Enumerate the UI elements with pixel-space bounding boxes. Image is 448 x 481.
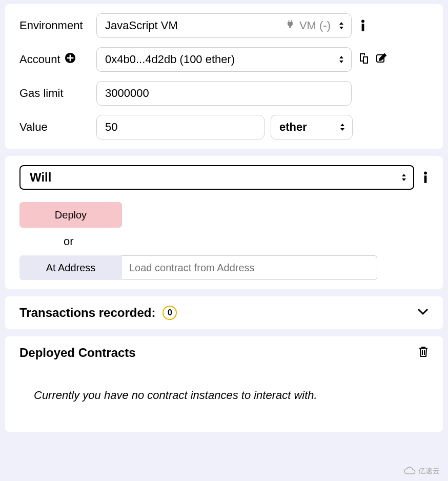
contract-name: Will bbox=[30, 170, 51, 185]
deployed-contracts-title: Deployed Contracts bbox=[19, 346, 136, 360]
transactions-title: Transactions recorded: bbox=[19, 306, 155, 320]
environment-row: Environment JavaScript VM VM (-) bbox=[19, 13, 429, 38]
gas-limit-label: Gas limit bbox=[19, 87, 96, 100]
value-unit-select[interactable]: ether bbox=[271, 115, 353, 139]
value-label: Value bbox=[19, 121, 96, 134]
svg-rect-4 bbox=[67, 57, 73, 59]
deploy-button[interactable]: Deploy bbox=[19, 202, 122, 228]
trash-icon[interactable] bbox=[418, 346, 429, 360]
copy-icon[interactable] bbox=[358, 52, 370, 67]
value-row: Value ether bbox=[19, 115, 429, 139]
contract-info-icon[interactable] bbox=[422, 171, 429, 184]
account-value: 0x4b0...4d2db (100 ether) bbox=[105, 53, 235, 66]
chevron-sort-icon bbox=[401, 172, 407, 183]
transactions-panel[interactable]: Transactions recorded: 0 bbox=[5, 296, 443, 329]
load-address-input[interactable] bbox=[122, 255, 377, 280]
or-label: or bbox=[64, 235, 429, 248]
chevron-down-icon[interactable] bbox=[417, 308, 429, 317]
value-input[interactable] bbox=[96, 115, 264, 139]
plug-icon bbox=[285, 19, 295, 32]
edit-icon[interactable] bbox=[375, 52, 388, 67]
contract-select[interactable]: Will bbox=[19, 165, 414, 190]
contract-panel: Will Deploy or At Address bbox=[5, 156, 443, 289]
account-row: Account 0x4b0...4d2db (100 ether) bbox=[19, 47, 429, 72]
deployed-contracts-panel: Deployed Contracts Currently you have no… bbox=[5, 336, 443, 432]
watermark: 亿速云 bbox=[404, 467, 440, 476]
environment-value: JavaScript VM bbox=[105, 19, 178, 32]
environment-select[interactable]: JavaScript VM VM (-) bbox=[96, 13, 352, 38]
add-account-icon[interactable] bbox=[65, 52, 76, 67]
svg-rect-1 bbox=[362, 24, 364, 31]
svg-rect-7 bbox=[424, 175, 427, 183]
svg-point-0 bbox=[361, 20, 364, 23]
settings-panel: Environment JavaScript VM VM (-) Account bbox=[5, 4, 443, 149]
gas-limit-row: Gas limit bbox=[19, 81, 429, 106]
environment-info-icon[interactable] bbox=[360, 19, 366, 32]
gas-limit-input[interactable] bbox=[96, 81, 352, 106]
value-unit: ether bbox=[279, 121, 307, 134]
svg-point-6 bbox=[424, 172, 427, 175]
account-select[interactable]: 0x4b0...4d2db (100 ether) bbox=[96, 47, 352, 72]
at-address-button[interactable]: At Address bbox=[19, 255, 122, 280]
vm-status: VM (-) bbox=[299, 19, 331, 32]
empty-contracts-message: Currently you have no contract instances… bbox=[34, 389, 429, 402]
environment-label: Environment bbox=[19, 19, 96, 32]
transactions-count-badge: 0 bbox=[162, 306, 177, 320]
account-label: Account bbox=[19, 52, 96, 67]
